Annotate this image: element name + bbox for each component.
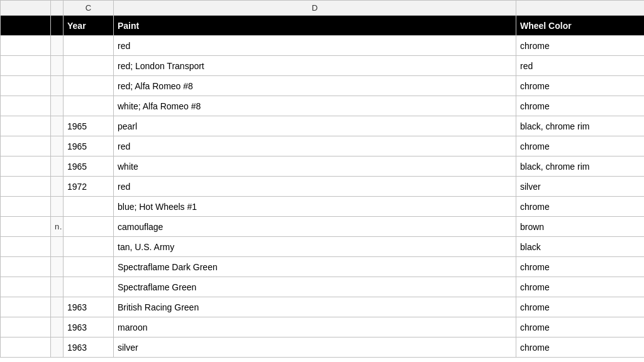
col-partial (51, 237, 64, 257)
cell-paint: camouflage (114, 217, 516, 237)
cell-wheel-color: chrome (516, 96, 645, 116)
col-partial (51, 317, 64, 337)
cell-year (64, 257, 114, 277)
col-header-e (516, 1, 645, 16)
col-partial: n (51, 217, 64, 237)
cell-wheel-color: chrome (516, 317, 645, 337)
cell-wheel-color: black (516, 237, 645, 257)
col-partial (51, 177, 64, 197)
table-row: 1965pearlblack, chrome rim (1, 116, 645, 136)
cell-wheel-color: black, chrome rim (516, 116, 645, 136)
header-rownum (1, 16, 51, 36)
row-number (1, 56, 51, 76)
row-number (1, 257, 51, 277)
cell-wheel-color: brown (516, 217, 645, 237)
table-row: 1963maroonchrome (1, 317, 645, 337)
col-partial (51, 337, 64, 358)
table-row: ncamouflagebrown (1, 217, 645, 237)
cell-paint: Spectraflame Dark Green (114, 257, 516, 277)
cell-year (64, 277, 114, 297)
cell-paint: silver (114, 337, 516, 358)
cell-paint: red (114, 177, 516, 197)
cell-paint: blue; Hot Wheels #1 (114, 197, 516, 217)
cell-wheel-color: chrome (516, 36, 645, 56)
cell-wheel-color: chrome (516, 337, 645, 358)
spreadsheet: C D Year Paint Wheel Color redchromered;… (0, 0, 644, 362)
cell-year (64, 197, 114, 217)
cell-year: 1963 (64, 317, 114, 337)
row-number (1, 136, 51, 156)
row-number (1, 217, 51, 237)
table-row: white; Alfa Romeo #8chrome (1, 96, 645, 116)
cell-wheel-color: chrome (516, 76, 645, 96)
col-partial (51, 96, 64, 116)
col-header-rownum (1, 1, 51, 16)
cell-wheel-color: chrome (516, 136, 645, 156)
table-row: red; Alfa Romeo #8chrome (1, 76, 645, 96)
col-partial (51, 277, 64, 297)
cell-wheel-color: chrome (516, 277, 645, 297)
cell-paint: white; Alfa Romeo #8 (114, 96, 516, 116)
table-row: 1972redsilver (1, 177, 645, 197)
table-row: red; London Transportred (1, 56, 645, 76)
cell-year (64, 36, 114, 56)
table-row: 1965redchrome (1, 136, 645, 156)
col-partial (51, 156, 64, 177)
cell-wheel-color: silver (516, 177, 645, 197)
col-partial (51, 257, 64, 277)
table-row: tan, U.S. Armyblack (1, 237, 645, 257)
cell-year (64, 56, 114, 76)
header-paint: Paint (114, 16, 516, 36)
row-number (1, 116, 51, 136)
col-partial (51, 36, 64, 56)
cell-paint: Spectraflame Green (114, 277, 516, 297)
cell-paint: white (114, 156, 516, 177)
col-partial (51, 197, 64, 217)
cell-year (64, 217, 114, 237)
col-header-c: C (64, 1, 114, 16)
header-year: Year (64, 16, 114, 36)
cell-year: 1963 (64, 297, 114, 317)
cell-year (64, 96, 114, 116)
row-number (1, 177, 51, 197)
cell-paint: maroon (114, 317, 516, 337)
row-number (1, 237, 51, 257)
cell-paint: red (114, 36, 516, 56)
cell-wheel-color: red (516, 56, 645, 76)
cell-paint: red (114, 136, 516, 156)
cell-year: 1972 (64, 177, 114, 197)
cell-wheel-color: chrome (516, 257, 645, 277)
cell-year: 1965 (64, 116, 114, 136)
cell-paint: pearl (114, 116, 516, 136)
table-header-row: Year Paint Wheel Color (1, 16, 645, 36)
table-row: Spectraflame Greenchrome (1, 277, 645, 297)
cell-wheel-color: chrome (516, 297, 645, 317)
header-partial (51, 16, 64, 36)
row-number (1, 277, 51, 297)
col-partial (51, 297, 64, 317)
row-number (1, 297, 51, 317)
table-row: Spectraflame Dark Greenchrome (1, 257, 645, 277)
row-number (1, 197, 51, 217)
col-header-partial (51, 1, 64, 16)
col-header-d: D (114, 1, 516, 16)
cell-year (64, 237, 114, 257)
col-partial (51, 76, 64, 96)
col-partial (51, 136, 64, 156)
table-row: 1965whiteblack, chrome rim (1, 156, 645, 177)
header-wheel-color: Wheel Color (516, 16, 645, 36)
cell-year: 1965 (64, 136, 114, 156)
cell-paint: British Racing Green (114, 297, 516, 317)
row-number (1, 337, 51, 358)
col-partial (51, 56, 64, 76)
row-number (1, 156, 51, 177)
row-number (1, 76, 51, 96)
row-number (1, 36, 51, 56)
cell-paint: red; London Transport (114, 56, 516, 76)
row-number (1, 317, 51, 337)
cell-wheel-color: chrome (516, 197, 645, 217)
col-partial (51, 116, 64, 136)
cell-paint: red; Alfa Romeo #8 (114, 76, 516, 96)
cell-year: 1963 (64, 337, 114, 358)
table-row: redchrome (1, 36, 645, 56)
